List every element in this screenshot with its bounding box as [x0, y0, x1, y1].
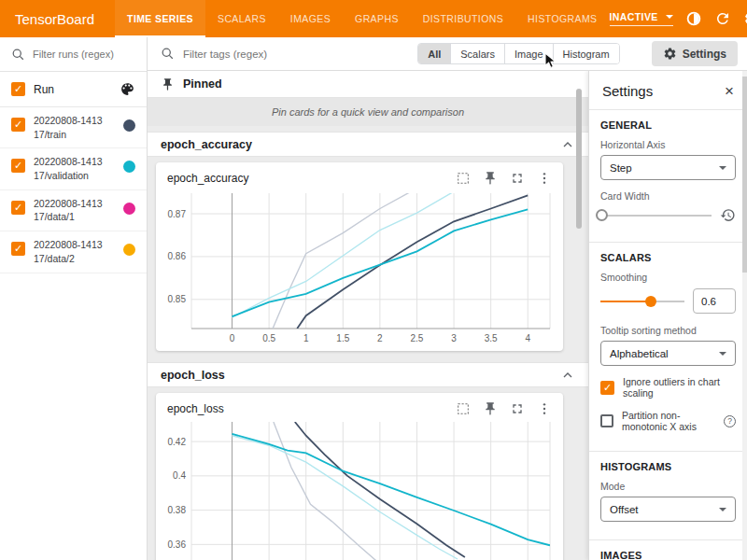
- horizontal-axis-select[interactable]: Step: [600, 155, 736, 180]
- header-controls: INACTIVE ?: [610, 10, 747, 27]
- card-header: epoch_loss: [156, 393, 563, 418]
- app-header: TensorBoard TIME SERIESSCALARSIMAGESGRAP…: [0, 0, 747, 37]
- pinned-section-header: Pinned: [148, 71, 588, 98]
- settings-section-histograms: HISTOGRAMS Mode Offset: [589, 451, 747, 539]
- settings-scrollbar-thumb[interactable]: [742, 77, 747, 273]
- smoothing-control: 0.6: [600, 288, 736, 314]
- gear-icon[interactable]: [743, 10, 747, 27]
- filter-chip-all[interactable]: All: [418, 44, 450, 63]
- brightness-toggle-icon[interactable]: [685, 10, 702, 27]
- tags-filter-placeholder: Filter tags (regex): [183, 49, 267, 60]
- tab-graphs[interactable]: GRAPHS: [343, 0, 411, 37]
- chart-card-epoch-loss: epoch_loss 0.360.380.40.4200.511.522.533…: [156, 393, 563, 560]
- main-scrollbar[interactable]: [576, 89, 582, 229]
- smoothing-slider[interactable]: [600, 295, 684, 308]
- card-container: epoch_accuracy 0.850.860.8700.511.522.53…: [148, 157, 588, 362]
- section-heading: SCALARS: [600, 252, 736, 263]
- scalar-option: ✓Ignore outliers in chart scaling: [600, 376, 736, 399]
- svg-text:1.5: 1.5: [336, 333, 349, 343]
- section-heading: HISTOGRAMS: [600, 461, 736, 472]
- scalar-options: ✓Ignore outliers in chart scalingPartiti…: [600, 376, 736, 432]
- filter-chip-scalars[interactable]: Scalars: [450, 44, 504, 63]
- settings-section-general: GENERAL Horizontal Axis Step Card Width: [589, 109, 747, 242]
- search-icon: [11, 48, 25, 62]
- line-chart-epoch-loss[interactable]: 0.360.380.40.4200.511.522.533.54: [163, 420, 554, 560]
- tab-histograms[interactable]: HISTOGRAMS: [515, 0, 609, 37]
- card-title: epoch_accuracy: [167, 172, 248, 185]
- tab-distributions[interactable]: DISTRIBUTIONS: [411, 0, 515, 37]
- section-heading: IMAGES: [600, 550, 736, 560]
- refresh-icon[interactable]: [714, 10, 731, 27]
- help-icon[interactable]: ?: [724, 415, 736, 427]
- runs-filter[interactable]: Filter runs (regex): [0, 37, 147, 72]
- search-icon: [161, 47, 175, 61]
- settings-button-label: Settings: [683, 48, 726, 61]
- option-checkbox[interactable]: [600, 414, 613, 427]
- run-row[interactable]: ✓20220808-141317/data/1: [0, 190, 147, 231]
- tab-images[interactable]: IMAGES: [278, 0, 343, 37]
- pin-icon: [161, 77, 175, 91]
- scalar-option: Partition non-monotonic X axis?: [600, 410, 736, 432]
- pin-icon[interactable]: [483, 171, 498, 186]
- gear-icon: [663, 47, 677, 61]
- run-status-label: INACTIVE: [610, 11, 658, 22]
- svg-text:3: 3: [451, 333, 457, 343]
- close-icon[interactable]: ×: [725, 83, 734, 99]
- line-chart-epoch-accuracy[interactable]: 0.850.860.8700.511.522.533.54: [163, 189, 554, 351]
- run-row[interactable]: ✓20220808-141317/validation: [0, 148, 147, 189]
- chevron-down-icon: [719, 352, 726, 356]
- run-row[interactable]: ✓20220808-141317/train: [0, 107, 147, 148]
- tooltip-sort-select[interactable]: Alphabetical: [600, 341, 736, 366]
- histogram-mode-select[interactable]: Offset: [600, 497, 736, 522]
- settings-section-images: IMAGES Brightness Contrast Show actual i…: [589, 539, 747, 560]
- card-width-slider[interactable]: [600, 209, 712, 222]
- horizontal-axis-value: Step: [610, 162, 632, 174]
- tooltip-sort-label: Tooltip sorting method: [600, 325, 736, 336]
- svg-text:3.5: 3.5: [485, 333, 498, 343]
- more-menu-icon[interactable]: [537, 171, 552, 186]
- section-header-epoch-loss[interactable]: epoch_loss: [148, 362, 588, 387]
- svg-text:0.86: 0.86: [168, 251, 187, 261]
- tags-filter[interactable]: Filter tags (regex): [161, 47, 417, 61]
- tab-scalars[interactable]: SCALARS: [205, 0, 278, 37]
- runs-header: ✓ Run: [0, 72, 147, 107]
- option-checkbox[interactable]: ✓: [600, 381, 614, 395]
- fullscreen-icon[interactable]: [510, 401, 525, 416]
- run-color-dot: [123, 119, 135, 132]
- svg-text:4: 4: [525, 333, 530, 343]
- filter-chip-image[interactable]: Image: [504, 44, 553, 63]
- filter-chip-histogram[interactable]: Histogram: [553, 44, 619, 63]
- section-header-epoch-accuracy[interactable]: epoch_accuracy: [148, 132, 588, 157]
- settings-button[interactable]: Settings: [652, 41, 738, 66]
- chevron-up-icon[interactable]: [560, 137, 575, 152]
- cards-area: Pinned Pin cards for a quick view and co…: [148, 71, 588, 560]
- svg-text:0.4: 0.4: [173, 470, 186, 481]
- run-color-dot: [123, 161, 135, 173]
- run-status-select[interactable]: INACTIVE: [610, 11, 673, 26]
- fullscreen-icon[interactable]: [510, 171, 525, 186]
- fit-domain-icon[interactable]: [456, 401, 471, 416]
- card-width-control: [600, 207, 736, 223]
- chevron-down-icon: [666, 15, 673, 19]
- run-checkbox[interactable]: ✓: [11, 118, 25, 132]
- card-title: epoch_loss: [167, 402, 224, 415]
- fit-domain-icon[interactable]: [456, 171, 471, 186]
- run-checkbox[interactable]: ✓: [11, 159, 25, 173]
- tab-time-series[interactable]: TIME SERIES: [115, 0, 205, 37]
- chevron-up-icon[interactable]: [560, 368, 575, 383]
- card-width-label: Card Width: [600, 190, 736, 202]
- reset-icon[interactable]: [720, 207, 736, 223]
- pin-icon[interactable]: [483, 401, 498, 416]
- svg-text:0.36: 0.36: [168, 539, 187, 550]
- run-checkbox[interactable]: ✓: [11, 201, 25, 215]
- run-row[interactable]: ✓20220808-141317/data/2: [0, 231, 147, 273]
- more-menu-icon[interactable]: [537, 401, 552, 416]
- palette-icon[interactable]: [120, 81, 135, 97]
- select-all-runs-checkbox[interactable]: ✓: [11, 82, 25, 96]
- settings-scrollbar-track[interactable]: [742, 71, 747, 560]
- svg-text:0.38: 0.38: [168, 505, 187, 515]
- run-checkbox[interactable]: ✓: [11, 242, 25, 256]
- histogram-mode-value: Offset: [610, 504, 638, 515]
- smoothing-value-input[interactable]: 0.6: [693, 288, 736, 314]
- run-label: 20220808-141317/train: [34, 114, 103, 141]
